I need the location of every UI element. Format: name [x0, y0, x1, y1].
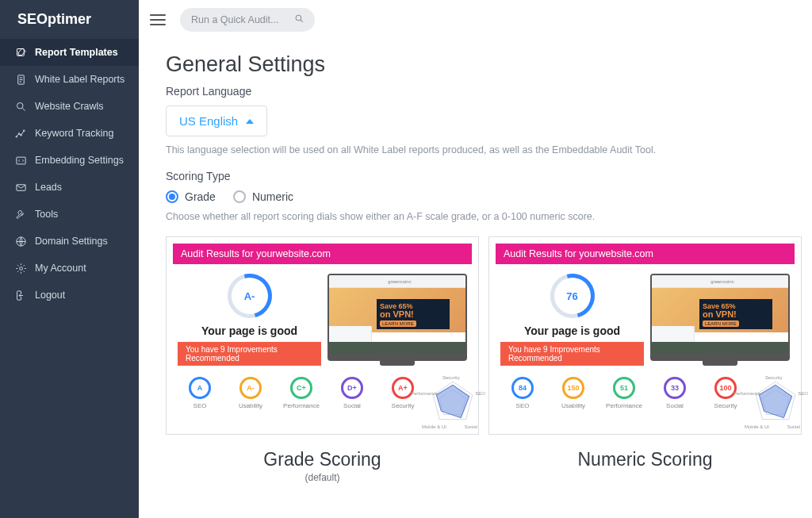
scoring-type-help: Choose whether all report scoring dials …	[166, 211, 802, 222]
radio-dot-icon	[166, 190, 178, 203]
report-language-label: Report Language	[166, 85, 802, 98]
sidebar: SEOptimer Report Templates White Label R…	[0, 0, 139, 518]
sidebar-item-domain-settings[interactable]: Domain Settings	[0, 228, 139, 255]
page-title: General Settings	[166, 52, 802, 77]
metric-label: SEO	[193, 402, 207, 409]
svg-point-12	[296, 15, 301, 21]
sidebar-item-label: Embedding Settings	[35, 155, 124, 166]
preview-card-numeric: Audit Results for yourwebsite.com 76 You…	[488, 236, 802, 435]
search-input[interactable]	[191, 14, 286, 25]
metric-ring: A	[189, 377, 211, 399]
topbar	[139, 0, 812, 36]
sidebar-item-label: Keyword Tracking	[35, 128, 113, 139]
magnify-page-icon	[14, 100, 27, 113]
preview-col-grade: Audit Results for yourwebsite.com A- You…	[166, 236, 479, 483]
metric-ring: 150	[562, 377, 584, 399]
menu-toggle-icon[interactable]	[147, 11, 169, 29]
good-text: Your page is good	[524, 324, 620, 337]
brand: SEOptimer	[0, 0, 139, 39]
sidebar-item-report-templates[interactable]: Report Templates	[0, 39, 139, 66]
content: General Settings Report Language US Engl…	[139, 36, 812, 518]
improve-banner: You have 9 Improvements Recommended	[178, 342, 321, 366]
monitor-cta: LEARN MORE	[380, 320, 416, 327]
monitor-vpn: on VPN!	[380, 310, 414, 319]
mail-icon	[14, 181, 27, 194]
svg-rect-9	[16, 184, 25, 190]
sidebar-item-label: My Account	[35, 263, 86, 274]
radio-grade-label: Grade	[185, 190, 216, 203]
metrics-row-grade: ASEO A-Usability C+Performance D+Social …	[179, 377, 423, 409]
improve-banner: You have 9 Improvements Recommended	[500, 342, 644, 366]
brand-label: SEOptimer	[17, 11, 91, 28]
wrench-icon	[14, 208, 27, 221]
monitor-save: Save 65%	[380, 302, 413, 310]
metrics-row-numeric: 84SEO 150Usability 51Performance 33Socia…	[502, 377, 746, 409]
metric-ring: C+	[290, 377, 312, 399]
sidebar-item-keyword-tracking[interactable]: Keyword Tracking	[0, 120, 139, 147]
monitor-brand: greencoinc	[329, 275, 465, 288]
metric-label: Usability	[561, 402, 585, 409]
monitor-preview: greencoinc Save 65% on VPN! LEARN MORE	[650, 274, 790, 366]
preview-card-grade: Audit Results for yourwebsite.com A- You…	[166, 236, 479, 435]
preview-header: Audit Results for yourwebsite.com	[496, 244, 795, 264]
radar-chart-icon: Security SEO Social Mobile & UI Performa…	[428, 377, 477, 426]
metric-label: Security	[714, 402, 737, 409]
sidebar-item-website-crawls[interactable]: Website Crawls	[0, 93, 139, 120]
caption-grade: Grade Scoring	[263, 449, 381, 470]
previews: Audit Results for yourwebsite.com A- You…	[166, 236, 802, 483]
metric-label: SEO	[516, 402, 530, 409]
metric-label: Social	[666, 402, 684, 409]
report-language-select[interactable]: US English	[166, 106, 267, 136]
radio-grade[interactable]: Grade	[166, 190, 216, 203]
scoring-type-label: Scoring Type	[166, 170, 802, 182]
monitor-cta: LEARN MORE	[703, 320, 739, 327]
monitor-brand: greencoinc	[652, 275, 788, 288]
sidebar-item-tools[interactable]: Tools	[0, 201, 139, 228]
radio-numeric-label: Numeric	[252, 190, 293, 203]
caption-grade-sub: (default)	[304, 472, 339, 483]
sidebar-item-logout[interactable]: Logout	[0, 282, 139, 309]
metric-label: Social	[343, 402, 361, 409]
document-icon	[14, 73, 27, 86]
graph-icon	[14, 127, 27, 140]
globe-icon	[14, 235, 27, 247]
main: General Settings Report Language US Engl…	[139, 0, 812, 518]
metric-ring: 51	[613, 377, 635, 399]
scoring-type-radios: Grade Numeric	[166, 190, 802, 203]
svg-marker-18	[759, 385, 791, 417]
metric-label: Performance	[606, 402, 642, 409]
report-language-help: This language selection will be used on …	[166, 144, 802, 155]
sidebar-item-my-account[interactable]: My Account	[0, 255, 139, 282]
svg-marker-15	[436, 385, 469, 417]
sidebar-item-white-label-reports[interactable]: White Label Reports	[0, 66, 139, 93]
metric-ring: 84	[511, 377, 534, 399]
main-score-ring: 76	[550, 274, 595, 318]
radio-dot-icon	[233, 190, 246, 203]
caret-up-icon	[246, 119, 254, 124]
radio-numeric[interactable]: Numeric	[233, 190, 293, 203]
sidebar-item-embedding-settings[interactable]: Embedding Settings	[0, 147, 139, 174]
code-box-icon	[14, 154, 27, 167]
sidebar-item-label: Domain Settings	[35, 236, 108, 247]
sidebar-item-label: White Label Reports	[35, 74, 124, 85]
preview-col-numeric: Audit Results for yourwebsite.com 76 You…	[488, 236, 802, 483]
svg-point-11	[19, 267, 22, 270]
sidebar-item-leads[interactable]: Leads	[0, 174, 139, 201]
metric-label: Usability	[239, 402, 262, 409]
metric-ring: A-	[239, 377, 262, 399]
main-score-ring: A-	[228, 274, 272, 318]
logout-icon	[14, 289, 27, 301]
good-text: Your page is good	[201, 324, 297, 337]
svg-rect-8	[16, 157, 25, 164]
preview-header: Audit Results for yourwebsite.com	[173, 244, 472, 264]
sidebar-item-label: Leads	[35, 182, 62, 193]
metric-ring: D+	[341, 377, 363, 399]
monitor-preview: greencoinc Save 65% on VPN! LEARN MORE	[327, 274, 467, 366]
monitor-save: Save 65%	[703, 302, 736, 310]
sidebar-item-label: Website Crawls	[35, 101, 104, 112]
main-score-value: 76	[554, 278, 591, 314]
radar-chart-icon: Security SEO Social Mobile & UI Performa…	[751, 377, 800, 426]
search-input-wrap[interactable]	[180, 8, 315, 32]
main-score-value: A-	[232, 278, 268, 314]
sidebar-item-label: Tools	[35, 209, 58, 220]
